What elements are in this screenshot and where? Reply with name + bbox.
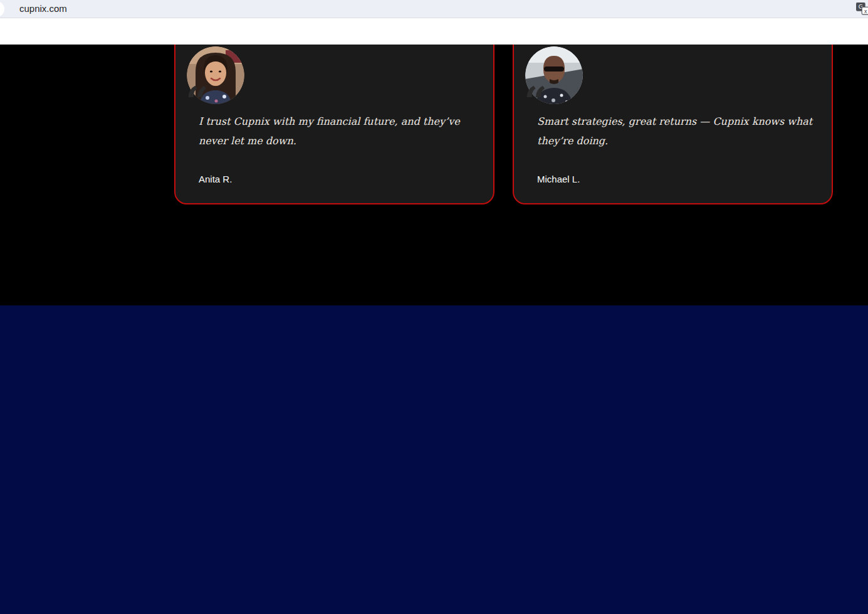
google-translate-icon[interactable]: G x	[856, 2, 868, 16]
site-header	[0, 18, 868, 45]
testimonials-section: “ I trust Cupnix with my financial futur…	[0, 45, 868, 305]
browser-address-bar[interactable]: cupnix.com G x	[0, 0, 868, 18]
svg-text:x: x	[864, 8, 867, 14]
testimonial-quote: Smart strategies, great returns — Cupnix…	[537, 112, 820, 151]
testimonial-name: Anita R.	[199, 174, 232, 184]
testimonial-card: “ I trust Cupnix with my financial futur…	[174, 45, 494, 204]
tab-favicon-circle	[0, 1, 4, 17]
testimonial-card: “ Smart strategies, great returns — Cupn…	[513, 45, 833, 204]
testimonial-quote: I trust Cupnix with my financial future,…	[199, 112, 482, 151]
testimonial-name: Michael L.	[537, 174, 580, 184]
url-text[interactable]: cupnix.com	[19, 3, 67, 14]
footer: Company About Legal Terms & Conditions P…	[0, 305, 868, 614]
